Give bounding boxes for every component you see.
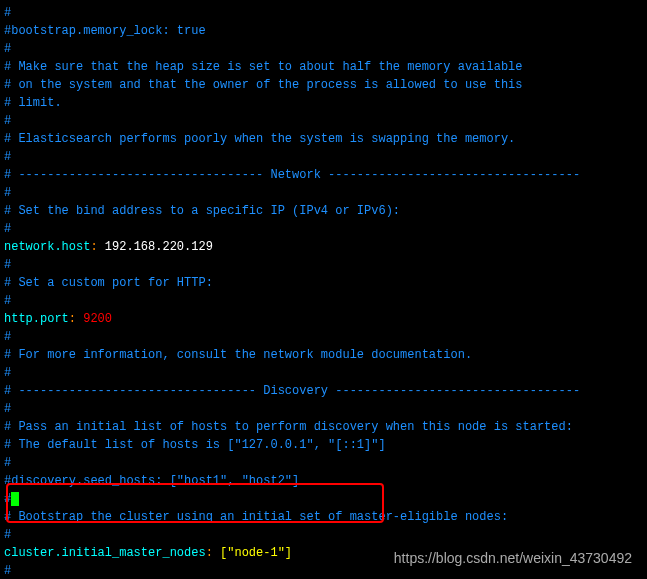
config-line: #bootstrap.memory_lock: true	[4, 22, 643, 40]
config-value: 192.168.220.129	[98, 240, 213, 254]
config-value: 9200	[76, 312, 112, 326]
network-host-setting: network.host: 192.168.220.129	[4, 238, 643, 256]
http-port-setting: http.port: 9200	[4, 310, 643, 328]
config-key: http.port	[4, 312, 69, 326]
config-line: #	[4, 292, 643, 310]
config-line: # Pass an initial list of hosts to perfo…	[4, 418, 643, 436]
config-line: # Bootstrap the cluster using an initial…	[4, 508, 643, 526]
config-line: #	[4, 526, 643, 544]
config-value: ["node-1"]	[213, 546, 292, 560]
config-line: # The default list of hosts is ["127.0.0…	[4, 436, 643, 454]
cluster-initial-master-nodes-setting: cluster.initial_master_nodes: ["node-1"]	[4, 544, 643, 562]
section-header-discovery: # --------------------------------- Disc…	[4, 382, 643, 400]
config-colon: :	[69, 312, 76, 326]
config-key: network.host	[4, 240, 90, 254]
config-line: #	[4, 112, 643, 130]
config-line: #	[4, 256, 643, 274]
config-line: # Set a custom port for HTTP:	[4, 274, 643, 292]
config-line: #	[4, 328, 643, 346]
config-line: #	[4, 562, 643, 579]
config-line: #	[4, 148, 643, 166]
terminal-editor[interactable]: # #bootstrap.memory_lock: true # # Make …	[4, 4, 643, 575]
hash: #	[4, 492, 11, 506]
config-line: #discovery.seed_hosts: ["host1", "host2"…	[4, 472, 643, 490]
config-line: # For more information, consult the netw…	[4, 346, 643, 364]
config-line: #	[4, 220, 643, 238]
config-line: # Elasticsearch performs poorly when the…	[4, 130, 643, 148]
config-line: # Make sure that the heap size is set to…	[4, 58, 643, 76]
cursor-icon	[11, 492, 19, 506]
config-line: # limit.	[4, 94, 643, 112]
config-line: #	[4, 364, 643, 382]
config-line: #	[4, 40, 643, 58]
config-line: # on the system and that the owner of th…	[4, 76, 643, 94]
cursor-line: #	[4, 490, 643, 508]
config-line: #	[4, 400, 643, 418]
config-line: #	[4, 454, 643, 472]
config-key: cluster.initial_master_nodes	[4, 546, 206, 560]
config-line: #	[4, 184, 643, 202]
config-line: # Set the bind address to a specific IP …	[4, 202, 643, 220]
config-colon: :	[206, 546, 213, 560]
config-line: #	[4, 4, 643, 22]
section-header-network: # ---------------------------------- Net…	[4, 166, 643, 184]
config-colon: :	[90, 240, 97, 254]
